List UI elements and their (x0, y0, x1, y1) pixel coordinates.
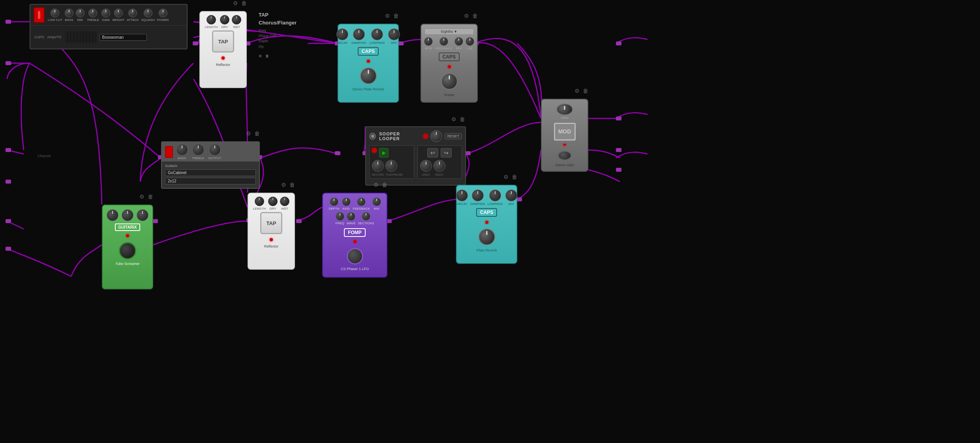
reflector1-gear-icon[interactable]: ⚙ (233, 0, 238, 6)
mid-knob[interactable] (76, 9, 84, 17)
looper-play-knob[interactable] (385, 160, 397, 172)
ts-drive-knob[interactable] (107, 209, 118, 221)
looper-gear-icon[interactable]: ⚙ (451, 116, 456, 122)
pr-lowpass-knob[interactable] (489, 190, 501, 201)
amp-vent (65, 31, 96, 43)
gx-brand: Guitarix (165, 164, 256, 168)
scape-gear-icon[interactable]: ⚙ (464, 13, 469, 19)
cs-phaser-trash-icon[interactable]: 🗑 (382, 182, 387, 188)
phaser-stomp[interactable] (347, 248, 363, 265)
gx-cabinet-trash-icon[interactable]: 🗑 (254, 130, 260, 137)
reflector2-tap-button[interactable]: TAP (260, 212, 282, 234)
amp-power-switch[interactable] (34, 7, 45, 23)
phaser-freq-knob[interactable] (336, 212, 344, 221)
phaser-depth-knob[interactable] (330, 197, 338, 206)
chorus-trash-icon[interactable]: 🗑 (265, 54, 269, 58)
power-knob[interactable] (159, 9, 167, 17)
pr-mix-knob[interactable] (505, 190, 517, 201)
stereo-plate-gear-icon[interactable]: ⚙ (385, 13, 390, 19)
ts-tone-knob[interactable] (122, 209, 133, 221)
pr-decay-knob[interactable] (456, 190, 468, 201)
stereo-gain-knob[interactable] (556, 103, 573, 115)
stereo-gain-led (563, 144, 566, 146)
looper-record-knob[interactable] (372, 160, 384, 172)
phaser-feedback-knob[interactable] (357, 197, 366, 206)
attack-knob[interactable] (128, 9, 137, 17)
bright-knob[interactable] (114, 9, 123, 17)
ts-level-knob[interactable] (137, 209, 148, 221)
stereo-plate-pedal: ⚙ 🗑 DECAY DAMPING LOWPASS MIX CAPS St (338, 24, 399, 103)
phaser-mix-knob[interactable] (372, 197, 381, 206)
pr-damping-knob[interactable] (472, 190, 484, 201)
plate-reverb-pedal: ⚙ 🗑 DECAY DAMPING LOWPASS MIX CAPS Pl (456, 185, 517, 264)
chorus-params: FreqPhase DriftDepthDly (259, 28, 297, 49)
scape-mix-knob[interactable] (454, 37, 463, 46)
looper-trash-icon[interactable]: 🗑 (460, 116, 465, 122)
reflector1-length-knob[interactable] (207, 15, 216, 24)
stereo-plate-trash-icon[interactable]: 🗑 (393, 13, 399, 19)
stereo-gain-gear-icon[interactable]: ⚙ (574, 88, 580, 94)
amp-model-input[interactable] (100, 34, 147, 41)
reflector2-wet-knob[interactable] (280, 197, 289, 206)
scape-main-knob[interactable] (441, 73, 458, 90)
gx-power-switch[interactable] (165, 146, 173, 158)
svg-rect-1 (6, 61, 11, 65)
reflector2-length-knob[interactable] (255, 197, 264, 206)
reflector2-trash-icon[interactable]: 🗑 (289, 182, 295, 188)
spr-mix-knob[interactable] (388, 28, 400, 40)
reflector2-led (270, 238, 273, 241)
reflector1-tap-button[interactable]: TAP (212, 30, 234, 53)
plate-reverb-trash-icon[interactable]: 🗑 (512, 174, 517, 180)
ts-led (126, 234, 129, 237)
phaser-wave-knob[interactable] (347, 212, 355, 221)
bass-knob[interactable] (65, 9, 73, 17)
stereo-gain-trash-icon[interactable]: 🗑 (583, 88, 588, 94)
scape-dropdown[interactable]: Eighths ▼ (424, 28, 474, 35)
pr-main-knob[interactable] (479, 229, 495, 245)
scape-bpm-knob[interactable] (424, 37, 433, 46)
reflector1-trash-icon[interactable]: 🗑 (241, 0, 247, 6)
reflector2-gear-icon[interactable]: ⚙ (281, 182, 286, 188)
gx-cabinet-gear-icon[interactable]: ⚙ (246, 130, 251, 137)
chorus-flanger-info: TAP Chorus/Flanger FreqPhase DriftDepthD… (259, 11, 297, 59)
reflector2-dry-knob[interactable] (268, 197, 278, 206)
gx-bass-knob[interactable] (176, 144, 188, 156)
reflector1-dry-knob[interactable] (220, 15, 229, 24)
gx-output-knob[interactable] (209, 144, 221, 156)
low-cut-knob[interactable] (51, 9, 59, 17)
looper-redo-btn[interactable]: ↪ (441, 148, 452, 158)
looper-reset-btn[interactable]: RESET (445, 133, 462, 139)
looper-redo-knob[interactable] (434, 160, 445, 172)
squash-knob[interactable] (144, 9, 152, 17)
looper-level-knob[interactable] (430, 130, 442, 142)
cs-phaser-gear-icon[interactable]: ⚙ (374, 182, 379, 188)
looper-undo-knob[interactable] (420, 160, 432, 172)
svg-rect-5 (6, 247, 11, 251)
tube-screamer-gear-icon[interactable]: ⚙ (139, 193, 145, 200)
stereo-gain-stomp[interactable] (558, 150, 572, 161)
spr-lowpass-knob[interactable] (371, 28, 383, 40)
ts-name: Tube Screamer (115, 262, 140, 266)
spr-main-knob[interactable] (360, 68, 377, 84)
svg-rect-15 (296, 219, 302, 223)
chorus-gear-icon[interactable]: ⚙ (259, 54, 262, 58)
phaser-sections-knob[interactable] (362, 212, 370, 221)
scape-feedback-knob[interactable] (439, 37, 448, 46)
gain-knob[interactable] (101, 9, 110, 17)
reflector2-name: Reflector (264, 244, 278, 248)
looper-play-btn[interactable]: ▶ (379, 148, 389, 158)
ts-stomp[interactable] (119, 242, 136, 259)
phaser-axis-knob[interactable] (342, 197, 351, 206)
gx-treble-knob[interactable] (192, 144, 204, 156)
phaser-fomp-badge: FOMP (344, 228, 366, 237)
spr-damping-knob[interactable] (353, 28, 365, 40)
tube-screamer-trash-icon[interactable]: 🗑 (148, 193, 153, 200)
spr-decay-knob[interactable] (336, 28, 348, 40)
plate-reverb-gear-icon[interactable]: ⚙ (503, 174, 509, 180)
treble-knob[interactable] (88, 9, 97, 17)
looper-undo-btn[interactable]: ↩ (427, 148, 438, 158)
scape-trash-icon[interactable]: 🗑 (472, 13, 478, 19)
scape-lee-knob[interactable] (466, 37, 474, 46)
reflector1-wet-knob[interactable] (232, 15, 241, 24)
sooper-looper-pedal: ⚙ 🗑 SOOPER LOOPER RESET ▶ RECORD PLA (365, 126, 466, 186)
